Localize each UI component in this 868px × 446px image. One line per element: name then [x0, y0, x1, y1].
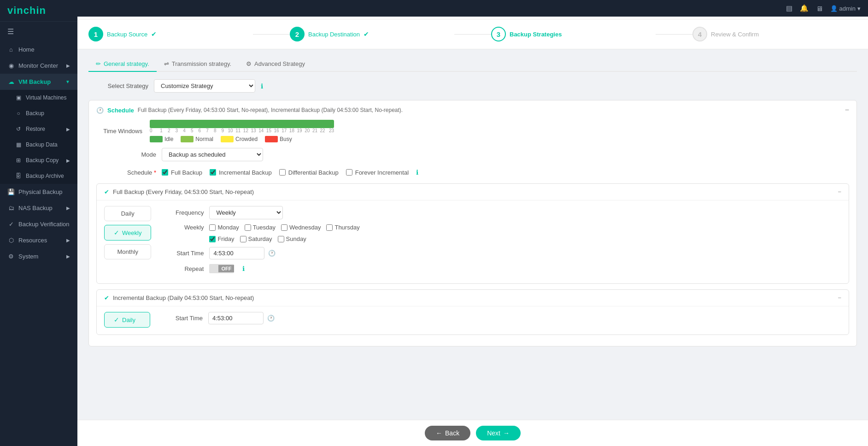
mode-label: Mode — [96, 151, 156, 158]
checkbox-incremental-backup[interactable]: Incremental Backup — [210, 169, 272, 176]
sidebar-item-backup-copy[interactable]: ⊞ Backup Copy ▶ — [0, 153, 77, 168]
sidebar-item-monitor-center[interactable]: ◉ Monitor Center ▶ — [0, 58, 77, 74]
incremental-backup-header: ✔ Incremental Backup (Daily 04:53:00 Sta… — [97, 290, 849, 306]
schedule-info-icon[interactable]: ℹ — [416, 169, 418, 176]
message-icon[interactable]: ▤ — [786, 4, 792, 12]
sidebar-item-physical-backup[interactable]: 💾 Physical Backup — [0, 184, 77, 200]
time-legend: Idle Normal Crowded Busy — [150, 136, 334, 142]
tab-transmission[interactable]: ⇌ Transmission strategy. — [157, 57, 239, 72]
repeat-row: Repeat OFF ℹ — [162, 264, 841, 273]
incremental-config: Start Time 🕐 — [161, 312, 841, 329]
incr-start-time-wrap: 🕐 — [208, 312, 275, 324]
wizard-divider-2 — [454, 34, 491, 35]
sidebar-item-nas-backup[interactable]: 🗂 NAS Backup ▶ — [0, 200, 77, 216]
incr-start-time-input[interactable] — [208, 312, 264, 324]
physical-backup-icon: 💾 — [7, 188, 15, 195]
thursday-checkbox[interactable] — [326, 224, 333, 231]
wizard-step-2[interactable]: 2 Backup Destination ✔ — [290, 27, 454, 41]
checkbox-differential-backup[interactable]: Differential Backup — [279, 169, 339, 176]
restore-arrow: ▶ — [66, 127, 70, 132]
sidebar-item-resources[interactable]: ⬡ Resources ▶ — [0, 232, 77, 248]
day-saturday[interactable]: Saturday — [240, 235, 272, 242]
restore-icon: ↺ — [15, 126, 22, 132]
schedule-collapse[interactable]: − — [845, 106, 849, 114]
start-time-input-wrap: 🕐 — [209, 247, 276, 259]
tab-general[interactable]: ✏ General strategy. — [88, 57, 157, 72]
incremental-backup-collapse[interactable]: − — [838, 294, 841, 301]
strategy-select[interactable]: Customize Strategy Default Strategy — [154, 79, 255, 93]
backup-archive-icon: 🗄 — [15, 173, 22, 179]
full-backup-checkbox[interactable] — [162, 169, 168, 176]
saturday-checkbox[interactable] — [240, 236, 246, 242]
start-time-input[interactable] — [209, 247, 264, 259]
user-menu[interactable]: 👤 admin ▾ — [830, 5, 861, 12]
sidebar-item-backup-verification[interactable]: ✓ Backup Verification — [0, 216, 77, 232]
wizard-step-1[interactable]: 1 Backup Source ✔ — [88, 27, 253, 41]
weekly-days-row2: Friday Saturday Sunday — [162, 235, 841, 242]
time-windows-bar-wrap: 0 1 2 3 4 5 6 7 8 9 10 11 12 13 — [150, 120, 849, 142]
select-strategy-row: Select Strategy Customize Strategy Defau… — [88, 79, 857, 93]
incr-freq-btn-daily[interactable]: Daily — [104, 312, 150, 328]
sidebar-item-system[interactable]: ⚙ System ▶ — [0, 248, 77, 264]
legend-busy-color — [265, 136, 278, 142]
sidebar-item-home[interactable]: ⌂ Home — [0, 41, 77, 58]
wizard-step-label-4: Review & Confirm — [711, 31, 759, 38]
strategy-label: Select Strategy — [88, 82, 148, 89]
repeat-toggle[interactable]: OFF — [209, 264, 234, 273]
mode-select[interactable]: Backup as scheduled Manual — [162, 148, 263, 161]
start-time-row: Start Time 🕐 — [162, 247, 841, 259]
strategy-info-icon[interactable]: ℹ — [261, 82, 263, 90]
logo: vinchin — [0, 0, 77, 22]
day-friday[interactable]: Friday — [209, 235, 234, 242]
wednesday-checkbox[interactable] — [281, 224, 287, 231]
day-sunday[interactable]: Sunday — [278, 235, 306, 242]
start-time-label: Start Time — [162, 250, 204, 257]
sidebar-item-backup-data[interactable]: ▦ Backup Data — [0, 137, 77, 153]
sidebar-item-virtual-machines[interactable]: ▣ Virtual Machines — [0, 90, 77, 106]
checkbox-forever-incremental[interactable]: Forever Incremental — [346, 169, 409, 176]
freq-btn-monthly[interactable]: Monthly — [104, 244, 151, 259]
incremental-backup-checkbox[interactable] — [210, 169, 216, 176]
display-icon[interactable]: 🖥 — [816, 5, 823, 12]
freq-btn-daily[interactable]: Daily — [104, 206, 151, 221]
day-thursday[interactable]: Thursday — [326, 224, 359, 231]
transmission-icon: ⇌ — [164, 60, 169, 67]
schedule-checkboxes-row: Schedule * Full Backup Incremental Backu… — [96, 169, 849, 176]
weekly-days-row: Weekly Monday Tuesday — [162, 224, 841, 231]
back-button[interactable]: ← Back — [425, 426, 470, 440]
repeat-info-icon[interactable]: ℹ — [242, 265, 245, 272]
sidebar-item-vm-backup[interactable]: ☁ VM Backup ▼ — [0, 74, 77, 90]
vm-backup-icon: ☁ — [7, 78, 15, 85]
freq-btn-weekly[interactable]: Weekly — [104, 225, 151, 241]
forever-incremental-checkbox[interactable] — [346, 169, 352, 176]
checkbox-full-backup[interactable]: Full Backup — [162, 169, 202, 176]
day-tuesday[interactable]: Tuesday — [245, 224, 276, 231]
sunday-checkbox[interactable] — [278, 236, 284, 242]
tab-advanced[interactable]: ⚙ Advanced Strategy — [239, 57, 312, 72]
bell-icon[interactable]: 🔔 — [800, 4, 809, 12]
day-wednesday[interactable]: Wednesday — [281, 224, 321, 231]
sidebar-item-backup[interactable]: ○ Backup — [0, 106, 77, 121]
tuesday-checkbox[interactable] — [245, 224, 251, 231]
schedule-header: 🕐 Schedule Full Backup (Every Friday, 04… — [96, 106, 849, 114]
time-windows-row: Time Windows 0 1 2 3 4 5 6 7 8 9 10 — [96, 120, 849, 142]
wizard-step-3[interactable]: 3 Backup Strategies — [491, 27, 656, 41]
schedule-box: 🕐 Schedule Full Backup (Every Friday, 04… — [88, 100, 857, 346]
full-backup-box: ✔ Full Backup (Every Friday, 04:53:00 St… — [96, 183, 849, 284]
sidebar-toggle[interactable]: ☰ — [0, 22, 77, 41]
topbar: ▤ 🔔 🖥 👤 admin ▾ — [77, 0, 868, 17]
next-button[interactable]: Next → — [476, 426, 521, 440]
sidebar-item-restore[interactable]: ↺ Restore ▶ — [0, 121, 77, 137]
sidebar: vinchin ☰ ⌂ Home ◉ Monitor Center ▶ ☁ VM… — [0, 0, 77, 446]
full-backup-collapse[interactable]: − — [838, 188, 841, 195]
incr-clock-icon: 🕐 — [267, 315, 275, 322]
virtual-machines-icon: ▣ — [15, 94, 22, 101]
frequency-select[interactable]: Weekly Daily Monthly — [209, 206, 283, 219]
full-backup-freq-options: Daily Weekly Monthly — [104, 206, 151, 278]
day-monday[interactable]: Monday — [209, 224, 239, 231]
legend-normal: Normal — [181, 136, 213, 142]
friday-checkbox[interactable] — [209, 236, 216, 242]
differential-backup-checkbox[interactable] — [279, 169, 286, 176]
sidebar-item-backup-archive[interactable]: 🗄 Backup Archive — [0, 168, 77, 184]
monday-checkbox[interactable] — [209, 224, 216, 231]
